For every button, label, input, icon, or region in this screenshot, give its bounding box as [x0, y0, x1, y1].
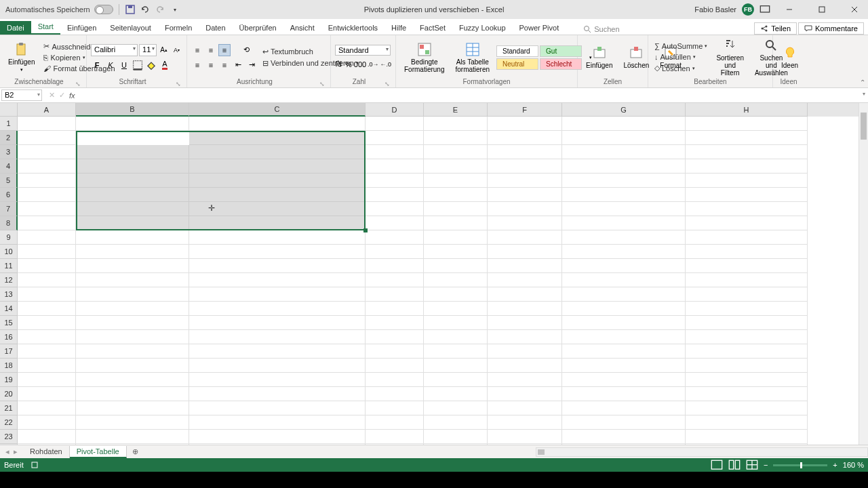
align-bottom-icon[interactable]: ≡ — [218, 44, 231, 56]
row-header[interactable]: 11 — [0, 259, 18, 273]
cell[interactable] — [189, 401, 366, 415]
cell[interactable] — [562, 273, 686, 287]
ribbon-display-icon[interactable] — [760, 4, 770, 15]
cell[interactable] — [76, 202, 189, 216]
clipboard-launcher-icon[interactable]: ⤡ — [74, 81, 82, 87]
cell[interactable] — [189, 159, 366, 174]
cell[interactable] — [76, 330, 189, 344]
cell[interactable] — [366, 174, 424, 188]
redo-icon[interactable] — [155, 4, 165, 15]
cell[interactable] — [18, 430, 76, 444]
column-header[interactable]: A — [18, 103, 76, 117]
row-header[interactable]: 13 — [0, 287, 18, 302]
cell[interactable] — [424, 401, 488, 415]
cell[interactable] — [686, 259, 808, 273]
cell[interactable] — [189, 131, 366, 145]
column-header[interactable]: D — [366, 103, 424, 117]
cell[interactable] — [76, 316, 189, 330]
cell[interactable] — [366, 316, 424, 330]
column-header[interactable]: G — [562, 103, 686, 117]
cell[interactable] — [18, 188, 76, 202]
view-normal-icon[interactable] — [711, 460, 723, 470]
sheet-tab[interactable]: Rohdaten — [23, 446, 70, 458]
formula-input[interactable] — [81, 88, 863, 102]
cell[interactable] — [686, 387, 808, 401]
tab-review[interactable]: Überprüfen — [233, 21, 283, 35]
border-icon[interactable] — [132, 59, 144, 71]
cell[interactable] — [562, 401, 686, 415]
cell[interactable] — [366, 387, 424, 401]
cell[interactable] — [18, 330, 76, 344]
cell[interactable] — [562, 444, 686, 445]
cell[interactable] — [686, 344, 808, 359]
decrease-indent-icon[interactable]: ⇤ — [232, 59, 244, 71]
cell[interactable] — [488, 387, 562, 401]
row-header[interactable]: 20 — [0, 387, 18, 401]
cell[interactable] — [76, 401, 189, 415]
orientation-icon[interactable]: ⟲ — [240, 44, 252, 56]
cell[interactable] — [686, 117, 808, 131]
cell[interactable] — [366, 359, 424, 373]
cell[interactable] — [189, 316, 366, 330]
cell[interactable] — [76, 430, 189, 444]
cell[interactable] — [424, 430, 488, 444]
cell[interactable] — [189, 188, 366, 202]
cell[interactable] — [686, 159, 808, 174]
number-launcher-icon[interactable]: ⤡ — [383, 81, 391, 87]
cell[interactable] — [76, 159, 189, 174]
sheet-tab[interactable]: Pivot-Tabelle — [70, 446, 127, 458]
qat-customize-icon[interactable]: ▾ — [170, 4, 180, 15]
cell[interactable] — [424, 188, 488, 202]
cell[interactable] — [424, 117, 488, 131]
cell[interactable] — [424, 245, 488, 259]
tab-view[interactable]: Ansicht — [283, 21, 321, 35]
cell[interactable] — [686, 302, 808, 316]
column-header[interactable]: H — [686, 103, 808, 117]
maximize-button[interactable] — [808, 0, 835, 19]
cell[interactable] — [366, 117, 424, 131]
cell[interactable] — [488, 273, 562, 287]
cell[interactable] — [488, 245, 562, 259]
cell[interactable] — [488, 373, 562, 387]
cell[interactable] — [18, 373, 76, 387]
cell[interactable] — [18, 230, 76, 245]
cell[interactable] — [686, 145, 808, 159]
cell[interactable] — [18, 387, 76, 401]
autosave-toggle[interactable] — [94, 5, 113, 14]
row-header[interactable]: 17 — [0, 344, 18, 359]
cell[interactable] — [366, 245, 424, 259]
tab-factset[interactable]: FactSet — [413, 21, 452, 35]
cell[interactable] — [562, 430, 686, 444]
font-name-combo[interactable]: Calibri — [91, 44, 138, 56]
cell[interactable] — [189, 273, 366, 287]
cell[interactable] — [366, 131, 424, 145]
cell[interactable] — [562, 174, 686, 188]
number-format-combo[interactable]: Standard — [335, 45, 391, 56]
cell[interactable] — [424, 145, 488, 159]
cell[interactable] — [686, 401, 808, 415]
cell[interactable] — [424, 131, 488, 145]
cell[interactable] — [76, 415, 189, 430]
tab-file[interactable]: Datei — [0, 21, 31, 35]
cell[interactable] — [76, 387, 189, 401]
cell[interactable] — [18, 174, 76, 188]
row-header[interactable]: 14 — [0, 302, 18, 316]
view-pagelayout-icon[interactable] — [728, 460, 741, 470]
column-header[interactable]: F — [488, 103, 562, 117]
row-header[interactable]: 10 — [0, 245, 18, 259]
cell[interactable] — [366, 145, 424, 159]
cancel-formula-icon[interactable]: ✕ — [49, 91, 55, 100]
cell[interactable] — [366, 330, 424, 344]
cell[interactable] — [488, 316, 562, 330]
cell[interactable] — [366, 401, 424, 415]
cell[interactable] — [366, 273, 424, 287]
cell[interactable] — [424, 415, 488, 430]
decrease-font-icon[interactable]: A▾ — [171, 44, 182, 56]
comments-button[interactable]: Kommentare — [798, 22, 864, 35]
cell[interactable] — [686, 330, 808, 344]
tab-pagelayout[interactable]: Seitenlayout — [103, 21, 158, 35]
cell[interactable] — [366, 230, 424, 245]
align-middle-icon[interactable]: ≡ — [205, 44, 217, 56]
cell[interactable] — [562, 159, 686, 174]
alignment-launcher-icon[interactable]: ⤡ — [318, 81, 326, 87]
